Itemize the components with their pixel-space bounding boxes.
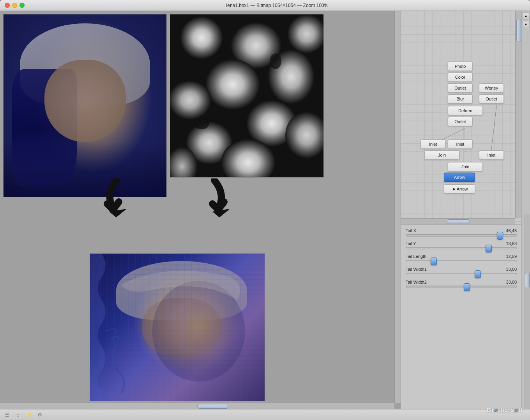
node-inlet2[interactable]: Inlet: [448, 139, 473, 149]
tail-length-value: 12,59: [506, 254, 517, 259]
title-bar: lena1.box1 — Bitmap 1054×1054 — Zoom 100…: [0, 0, 530, 11]
svg-point-14: [194, 118, 209, 129]
node-inlet3[interactable]: Inlet: [479, 150, 504, 160]
svg-point-4: [205, 59, 260, 110]
top-images: [3, 14, 324, 197]
scroll-up-button[interactable]: ▲: [523, 12, 530, 19]
canvas-area[interactable]: [0, 11, 401, 409]
main-content: Photo Color Outlet Blur Worley Outlet: [0, 11, 530, 409]
bolt-icon[interactable]: ⚡: [25, 411, 33, 419]
node-deform[interactable]: Deform: [448, 106, 483, 115]
window-title: lena1.box1 — Bitmap 1054×1054 — Zoom 100…: [29, 3, 525, 8]
tail-x-slider[interactable]: [406, 234, 517, 236]
param-tail-width2: Tail Width2 33,00: [406, 280, 517, 288]
node-inlet1[interactable]: Inlet: [420, 139, 445, 149]
tail-width1-value: 33,00: [506, 267, 517, 272]
tail-width2-label: Tail Width2: [406, 280, 427, 284]
noise-image: [170, 14, 323, 177]
tail-length-thumb[interactable]: [431, 258, 437, 265]
tail-width2-thumb[interactable]: [464, 283, 470, 291]
tail-length-slider[interactable]: [406, 260, 517, 262]
canvas-scrollbar-vertical[interactable]: [394, 11, 401, 403]
tail-width1-thumb[interactable]: [475, 270, 481, 278]
tail-y-label: Tail Y: [406, 241, 416, 246]
list-icon[interactable]: ☰: [3, 411, 11, 419]
node-photo[interactable]: Photo: [448, 62, 473, 71]
node-join2[interactable]: Join: [448, 162, 483, 171]
param-tail-length-label-row: Tail Length 12,59: [406, 254, 517, 259]
svg-marker-15: [109, 209, 127, 217]
svg-point-6: [170, 81, 211, 120]
svg-point-12: [218, 46, 232, 60]
traffic-lights: [5, 3, 25, 8]
tail-x-label: Tail X: [406, 228, 416, 233]
node-join1[interactable]: Join: [424, 150, 459, 160]
lena-photo-panel: [3, 14, 167, 197]
status-bar: ☰ ⌂ ⚡ ⚙: [0, 409, 530, 420]
output-image-panel: [90, 253, 265, 401]
svg-point-1: [180, 16, 223, 59]
tail-width1-slider[interactable]: [406, 273, 517, 275]
canvas-scrollbar-h-thumb[interactable]: [197, 404, 228, 409]
tail-width2-slider[interactable]: [406, 286, 517, 288]
gear-icon[interactable]: ⚙: [36, 411, 44, 419]
param-tail-width1: Tail Width1 33,00: [406, 267, 517, 275]
node-worley[interactable]: Worley: [479, 83, 504, 93]
param-tail-y: Tail Y 13,83: [406, 241, 517, 249]
param-tail-length: Tail Length 12,59: [406, 254, 517, 262]
graph-scroll-v-thumb[interactable]: [516, 19, 521, 42]
right-panel: Photo Color Outlet Blur Worley Outlet: [401, 11, 521, 409]
svg-point-13: [270, 53, 281, 69]
play-icon: ▶: [453, 187, 456, 191]
blue-tint: [4, 14, 166, 197]
tail-y-slider[interactable]: [406, 247, 517, 249]
graph-scroll-vertical[interactable]: [515, 11, 521, 218]
tail-x-thumb[interactable]: [497, 232, 503, 240]
tail-length-label: Tail Length: [406, 254, 426, 259]
params-scrollbar[interactable]: [524, 214, 530, 409]
graph-scroll-h-thumb[interactable]: [447, 219, 470, 224]
main-window: lena1.box1 — Bitmap 1054×1054 — Zoom 100…: [0, 0, 530, 420]
tail-y-value: 13,83: [506, 241, 517, 246]
close-button[interactable]: [5, 3, 10, 8]
output-image: [90, 254, 265, 401]
node-graph[interactable]: Photo Color Outlet Blur Worley Outlet: [401, 11, 521, 225]
node-blur[interactable]: Blur: [448, 94, 473, 104]
param-tail-width1-label-row: Tail Width1 33,00: [406, 267, 517, 272]
param-tail-x: Tail X 46,45: [406, 228, 517, 236]
params-area: Tail X 46,45 Tail Y 13,83: [401, 225, 521, 409]
node-worley-outlet[interactable]: Outlet: [479, 94, 504, 104]
node-outlet2[interactable]: Outlet: [448, 117, 473, 126]
tail-x-value: 46,45: [506, 228, 517, 233]
param-tail-y-label-row: Tail Y 13,83: [406, 241, 517, 246]
graph-scroll-horizontal[interactable]: [401, 218, 515, 224]
noise-svg: [170, 14, 323, 177]
tail-width1-label: Tail Width1: [406, 267, 427, 272]
tail-y-thumb[interactable]: [486, 245, 492, 252]
output-blue-tint: [90, 254, 265, 401]
minimize-button[interactable]: [12, 3, 17, 8]
params-scroll-thumb[interactable]: [525, 273, 530, 288]
node-arrow-active[interactable]: Arrow: [444, 173, 475, 182]
node-outlet1[interactable]: Outlet: [448, 83, 473, 93]
param-tail-width2-label-row: Tail Width2 33,00: [406, 280, 517, 284]
node-color[interactable]: Color: [448, 72, 473, 82]
lena-image: [4, 14, 166, 197]
canvas-scrollbar-horizontal[interactable]: [0, 403, 394, 409]
node-arrow-inactive[interactable]: ▶ Arrow: [444, 184, 475, 194]
home-icon[interactable]: ⌂: [14, 411, 22, 419]
scroll-down-button[interactable]: ▼: [523, 21, 530, 28]
maximize-button[interactable]: [19, 3, 25, 8]
worley-noise-panel: [170, 14, 324, 178]
tail-width2-value: 33,00: [506, 280, 517, 284]
svg-marker-16: [212, 209, 230, 217]
